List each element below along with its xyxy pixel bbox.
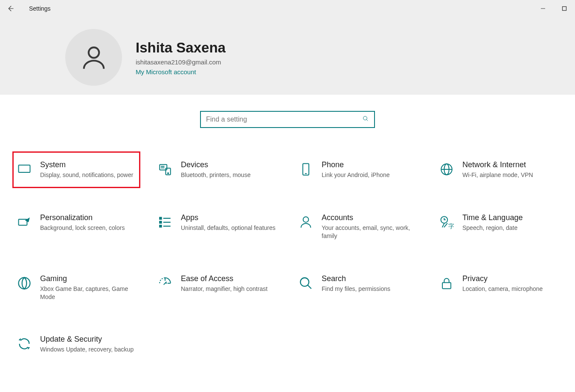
category-text: SystemDisplay, sound, notifications, pow… (40, 160, 135, 179)
lock-icon (439, 275, 455, 291)
search-row (0, 111, 575, 128)
sync-icon (16, 336, 32, 352)
svg-point-9 (168, 173, 168, 174)
category-text: DevicesBluetooth, printers, mouse (181, 160, 276, 179)
search-icon (298, 275, 314, 291)
svg-rect-1 (563, 7, 566, 11)
category-accounts[interactable]: AccountsYour accounts, email, sync, work… (294, 204, 422, 249)
svg-text:字: 字 (448, 223, 454, 229)
svg-point-2 (88, 47, 99, 58)
phone-icon (298, 161, 314, 177)
svg-line-4 (366, 119, 368, 121)
svg-point-3 (363, 116, 367, 120)
svg-point-24 (303, 217, 309, 222)
category-text: PersonalizationBackground, lock screen, … (40, 213, 135, 232)
category-update[interactable]: Update & SecurityWindows Update, recover… (12, 326, 140, 363)
svg-rect-5 (19, 165, 30, 172)
app-title: Settings (29, 5, 51, 12)
profile-section: Ishita Saxena ishitasaxena2109@gmail.com… (65, 29, 226, 86)
brush-icon (16, 214, 32, 230)
category-desc: Uninstall, defaults, optional features (181, 224, 276, 232)
header: Settings Ishita Saxena ishitasaxena2109@… (0, 0, 575, 95)
category-search[interactable]: SearchFind my files, permissions (294, 265, 422, 310)
svg-point-27 (19, 277, 30, 289)
titlebar: Settings (0, 0, 575, 17)
category-title: Time & Language (462, 213, 557, 222)
window-buttons (532, 0, 575, 17)
svg-line-30 (308, 285, 311, 289)
profile-name: Ishita Saxena (136, 40, 226, 56)
category-network[interactable]: Network & InternetWi-Fi, airplane mode, … (435, 151, 563, 188)
category-desc: Windows Update, recovery, backup (40, 346, 135, 354)
category-desc: Narrator, magnifier, high contrast (181, 285, 276, 293)
minimize-button[interactable] (532, 0, 554, 17)
gaming-icon (16, 275, 32, 291)
search-icon (362, 115, 369, 124)
search-input[interactable] (201, 112, 374, 127)
category-personalization[interactable]: PersonalizationBackground, lock screen, … (12, 204, 140, 249)
category-desc: Bluetooth, printers, mouse (181, 171, 276, 179)
category-time[interactable]: 字Time & LanguageSpeech, region, date (435, 204, 563, 249)
maximize-button[interactable] (554, 0, 575, 17)
category-text: AppsUninstall, defaults, optional featur… (181, 213, 276, 232)
category-desc: Location, camera, microphone (462, 285, 557, 293)
microsoft-account-link[interactable]: My Microsoft account (136, 68, 226, 75)
category-apps[interactable]: AppsUninstall, defaults, optional featur… (153, 204, 281, 249)
back-button[interactable] (4, 3, 16, 15)
category-title: Accounts (322, 213, 416, 222)
avatar (65, 29, 122, 86)
person-icon (298, 214, 314, 230)
category-desc: Display, sound, notifications, power (40, 171, 135, 179)
category-text: PhoneLink your Android, iPhone (322, 160, 416, 179)
category-desc: Xbox Game Bar, captures, Game Mode (40, 285, 135, 301)
category-text: Ease of AccessNarrator, magnifier, high … (181, 274, 276, 293)
category-text: Time & LanguageSpeech, region, date (462, 213, 557, 232)
category-text: Update & SecurityWindows Update, recover… (40, 335, 135, 354)
category-text: PrivacyLocation, camera, microphone (462, 274, 557, 293)
category-title: Search (322, 274, 416, 283)
category-desc: Your accounts, email, sync, work, family (322, 224, 416, 240)
category-desc: Find my files, permissions (322, 285, 416, 293)
time-icon: 字 (439, 214, 455, 230)
category-title: System (40, 160, 135, 169)
category-title: Gaming (40, 274, 135, 283)
category-devices[interactable]: DevicesBluetooth, printers, mouse (153, 151, 281, 188)
svg-rect-20 (160, 225, 161, 227)
category-title: Ease of Access (181, 274, 276, 283)
profile-text: Ishita Saxena ishitasaxena2109@gmail.com… (136, 40, 226, 75)
profile-email: ishitasaxena2109@gmail.com (136, 58, 226, 66)
category-text: SearchFind my files, permissions (322, 274, 416, 293)
category-gaming[interactable]: GamingXbox Game Bar, captures, Game Mode (12, 265, 140, 310)
category-desc: Link your Android, iPhone (322, 171, 416, 179)
category-text: GamingXbox Game Bar, captures, Game Mode (40, 274, 135, 301)
devices-icon (157, 161, 173, 177)
apps-icon (157, 214, 173, 230)
category-privacy[interactable]: PrivacyLocation, camera, microphone (435, 265, 563, 310)
category-title: Update & Security (40, 335, 135, 344)
category-title: Devices (181, 160, 276, 169)
svg-point-29 (300, 278, 309, 286)
category-title: Personalization (40, 213, 135, 222)
category-text: AccountsYour accounts, email, sync, work… (322, 213, 416, 240)
category-text: Network & InternetWi-Fi, airplane mode, … (462, 160, 557, 179)
svg-rect-19 (160, 221, 161, 223)
search-box[interactable] (200, 111, 375, 128)
ease-icon (157, 275, 173, 291)
svg-marker-32 (19, 338, 21, 341)
category-title: Network & Internet (462, 160, 557, 169)
category-title: Apps (181, 213, 276, 222)
category-desc: Speech, region, date (462, 224, 557, 232)
svg-marker-33 (28, 347, 30, 350)
category-desc: Wi-Fi, airplane mode, VPN (462, 171, 557, 179)
content: SystemDisplay, sound, notifications, pow… (0, 95, 575, 363)
category-title: Privacy (462, 274, 557, 283)
categories-grid: SystemDisplay, sound, notifications, pow… (0, 151, 575, 363)
monitor-icon (16, 161, 32, 177)
svg-rect-31 (442, 282, 451, 288)
globe-icon (439, 161, 455, 177)
category-phone[interactable]: PhoneLink your Android, iPhone (294, 151, 422, 188)
svg-rect-18 (160, 218, 161, 219)
category-system[interactable]: SystemDisplay, sound, notifications, pow… (12, 151, 140, 188)
category-title: Phone (322, 160, 416, 169)
category-ease[interactable]: Ease of AccessNarrator, magnifier, high … (153, 265, 281, 310)
